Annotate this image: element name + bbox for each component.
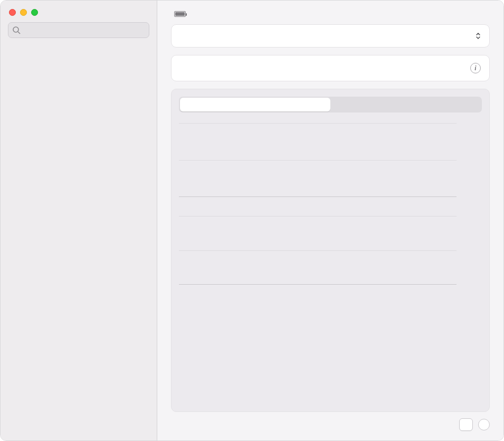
screen-on-y-axis bbox=[457, 216, 482, 285]
search-icon bbox=[12, 26, 21, 34]
window-controls bbox=[1, 6, 157, 22]
options-button[interactable] bbox=[459, 418, 473, 431]
page-header bbox=[171, 10, 490, 17]
search-container bbox=[8, 22, 149, 38]
select-caret-icon bbox=[476, 32, 481, 40]
footer-row bbox=[171, 418, 490, 431]
usage-history-panel bbox=[171, 89, 490, 412]
battery-health-row: i bbox=[171, 55, 490, 81]
low-power-row bbox=[171, 24, 490, 48]
battery-level-y-axis bbox=[457, 123, 482, 197]
svg-point-0 bbox=[13, 27, 18, 32]
close-window-button[interactable] bbox=[9, 9, 16, 16]
svg-line-1 bbox=[18, 32, 20, 34]
tab-last-10-days[interactable] bbox=[330, 98, 481, 111]
zoom-window-button[interactable] bbox=[31, 9, 38, 16]
time-range-segmented bbox=[179, 97, 482, 112]
search-input[interactable] bbox=[8, 22, 149, 38]
minimize-window-button[interactable] bbox=[20, 9, 27, 16]
main-panel: i bbox=[157, 1, 503, 440]
low-power-popup[interactable] bbox=[472, 32, 481, 40]
info-icon[interactable]: i bbox=[470, 63, 481, 73]
sidebar bbox=[1, 1, 157, 440]
help-button[interactable] bbox=[478, 419, 490, 430]
page-subtitle bbox=[174, 11, 490, 17]
battery-status-icon bbox=[174, 11, 186, 17]
tab-last-24-hours[interactable] bbox=[180, 98, 330, 111]
screen-on-usage-chart bbox=[179, 216, 482, 285]
battery-level-chart bbox=[179, 123, 482, 197]
settings-window: i bbox=[0, 0, 504, 441]
